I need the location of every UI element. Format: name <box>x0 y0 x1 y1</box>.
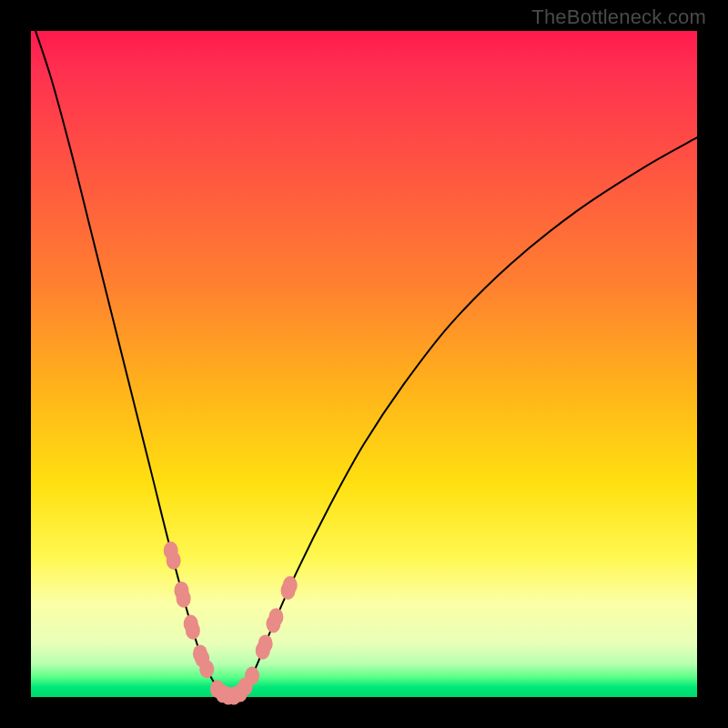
chart-frame: TheBottleneck.com <box>0 0 728 728</box>
data-marker <box>186 622 200 640</box>
bottleneck-curve <box>31 17 697 695</box>
data-marker <box>199 660 214 678</box>
data-marker <box>167 551 181 570</box>
data-marker <box>258 634 273 652</box>
bottleneck-curve-svg <box>31 31 697 697</box>
data-marker <box>177 590 191 608</box>
data-marker <box>283 576 298 594</box>
watermark-text: TheBottleneck.com <box>531 5 706 29</box>
plot-area <box>31 31 697 697</box>
data-marker <box>245 667 259 685</box>
data-markers-group <box>164 541 298 705</box>
data-marker <box>268 608 283 626</box>
